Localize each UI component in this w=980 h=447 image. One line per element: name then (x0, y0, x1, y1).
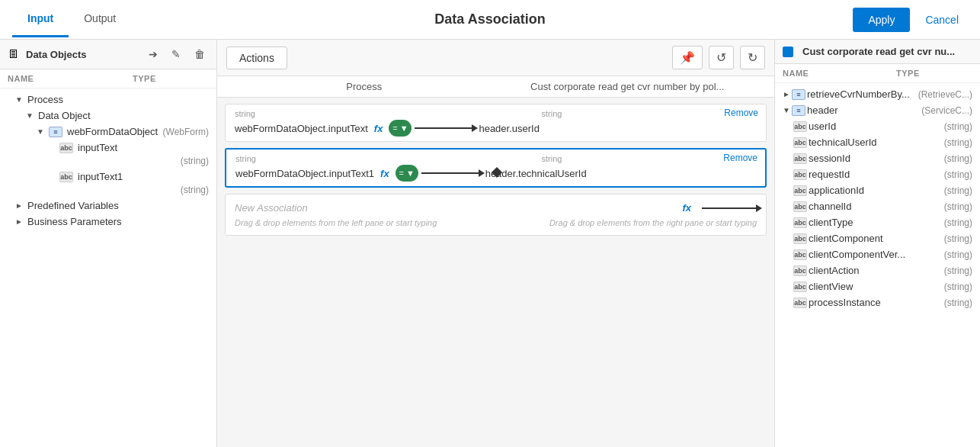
new-assoc-row: New Association fx Drag & drop elements … (225, 194, 767, 236)
retrieve-label: retrieveCvrNumberBy... (807, 88, 918, 100)
middle-col-headers: Process Cust corporate read get cvr numb… (217, 76, 774, 98)
requestid-label: requestId (809, 169, 944, 180)
business-label: Business Parameters (27, 216, 122, 227)
pin-icon-button[interactable]: 📌 (672, 46, 703, 69)
actions-button[interactable]: Actions (226, 47, 287, 69)
target-type-2: string (450, 154, 757, 163)
tree-item-business[interactable]: ► Business Parameters (0, 214, 216, 230)
abc-icon-technicaluserid: abc (793, 137, 807, 148)
list-icon-webform: ≡ (49, 127, 62, 137)
applicationid-type: (string) (944, 185, 972, 196)
right-item-clientcomponentver[interactable]: abc clientComponentVer... (string) (775, 246, 980, 262)
clientview-type: (string) (944, 281, 972, 292)
chevron-data-object: ▼ (26, 111, 35, 120)
processinstance-type: (string) (944, 297, 972, 308)
right-item-header[interactable]: ▼ ≡ header (ServiceC...) (775, 102, 980, 118)
apply-button[interactable]: Apply (853, 8, 910, 32)
abc-icon-clientcomponent: abc (793, 233, 807, 244)
mapping-row-inner-2: webFormDataObject.inputText1 fx = ▼ head… (235, 165, 756, 182)
clientcomponentver-type: (string) (944, 249, 972, 260)
left-edit-button[interactable]: ✎ (168, 46, 184, 63)
predefined-label: Predefined Variables (27, 200, 119, 211)
new-assoc-fx-btn[interactable]: fx (682, 202, 691, 214)
equals-btn-2[interactable]: = ▼ (396, 165, 418, 182)
right-item-applicationid[interactable]: abc applicationId (string) (775, 182, 980, 198)
tree-item-data-object[interactable]: ▼ Data Object (0, 108, 216, 124)
abc-icon-sessionid: abc (793, 153, 807, 164)
tab-output[interactable]: Output (69, 2, 131, 37)
right-item-requestid[interactable]: abc requestId (string) (775, 166, 980, 182)
clienttype-label: clientType (809, 217, 944, 228)
inputtext1-label: inputText1 (78, 171, 123, 182)
channelid-label: channelId (809, 201, 944, 212)
clientcomponentver-label: clientComponentVer... (809, 249, 944, 260)
applicationid-label: applicationId (809, 185, 944, 196)
clientaction-type: (string) (944, 265, 972, 276)
tree-item-process[interactable]: ▼ Process (0, 92, 216, 108)
technicaluserid-type: (string) (944, 137, 972, 148)
target-field-1: header.userId (479, 123, 540, 134)
right-item-clientview[interactable]: abc clientView (string) (775, 278, 980, 294)
target-type-1: string (450, 109, 757, 118)
left-add-button[interactable]: ➔ (145, 46, 162, 63)
left-col-headers: NAME TYPE (0, 69, 216, 88)
left-panel-title: Data Objects (26, 49, 139, 60)
abc-icon-clientcomponentver: abc (793, 249, 807, 260)
source-field-1: webFormDataObject.inputText (235, 123, 368, 134)
abc-icon-userid: abc (793, 121, 807, 132)
tree-item-inputtext[interactable]: ► abc inputText (0, 140, 216, 156)
abc-icon-inputtext: abc (59, 143, 73, 153)
right-item-retrieve[interactable]: ► ≡ retrieveCvrNumberBy... (RetrieveC...… (775, 86, 980, 102)
abc-icon-clientview: abc (793, 281, 807, 292)
undo-button[interactable]: ↺ (709, 46, 734, 69)
right-col-name-header: NAME (783, 69, 896, 78)
new-assoc-label: New Association (235, 202, 677, 214)
right-col-headers: NAME TYPE (775, 64, 980, 83)
clientaction-label: clientAction (809, 265, 944, 276)
retrieve-type: (RetrieveC...) (918, 89, 972, 100)
userid-label: userId (809, 121, 944, 132)
tree-item-inputtext-type: (string) (0, 156, 216, 169)
tree-item-inputtext1[interactable]: ► abc inputText1 (0, 169, 216, 185)
abc-icon-channelid: abc (793, 201, 807, 212)
right-item-channelid[interactable]: abc channelId (string) (775, 198, 980, 214)
right-item-processinstance[interactable]: abc processInstance (string) (775, 294, 980, 310)
right-item-clientcomponent[interactable]: abc clientComponent (string) (775, 230, 980, 246)
equals-btn-1[interactable]: = ▼ (389, 120, 412, 137)
left-delete-button[interactable]: 🗑 (191, 46, 209, 63)
requestid-type: (string) (944, 169, 972, 180)
right-item-sessionid[interactable]: abc sessionId (string) (775, 150, 980, 166)
remove-btn-2[interactable]: Remove (723, 153, 757, 163)
right-item-clienttype[interactable]: abc clientType (string) (775, 214, 980, 230)
middle-toolbar: Actions 📌 ↺ ↻ (217, 40, 774, 76)
right-col-type-header: TYPE (896, 69, 972, 78)
tree-item-webform[interactable]: ▼ ≡ webFormDataObject (WebForm) (0, 124, 216, 140)
right-item-clientaction[interactable]: abc clientAction (string) (775, 262, 980, 278)
mapping-row-2: Remove string string webFormDataObject.i… (225, 148, 767, 188)
cancel-button[interactable]: Cancel (916, 8, 968, 32)
right-panel: Cust corporate read get cvr nu... NAME T… (774, 40, 980, 447)
right-item-technicaluserid[interactable]: abc technicalUserId (string) (775, 134, 980, 150)
abc-icon-processinstance: abc (793, 297, 807, 308)
fx-btn-1[interactable]: fx (374, 123, 383, 134)
inputtext-type: (string) (181, 156, 209, 166)
header-type: (ServiceC...) (921, 105, 972, 116)
col-process: Process (232, 81, 496, 92)
mapping-row-1: Remove string string webFormDataObject.i… (225, 104, 767, 142)
left-panel: 🗏 Data Objects ➔ ✎ 🗑 NAME TYPE ▼ Process… (0, 40, 217, 447)
data-objects-icon: 🗏 (8, 47, 20, 61)
tab-input[interactable]: Input (12, 2, 69, 37)
top-actions: Apply Cancel (853, 8, 968, 32)
remove-btn-1[interactable]: Remove (724, 108, 758, 118)
tree-item-predefined[interactable]: ► Predefined Variables (0, 198, 216, 214)
sessionid-label: sessionId (809, 153, 944, 164)
main-layout: 🗏 Data Objects ➔ ✎ 🗑 NAME TYPE ▼ Process… (0, 40, 980, 447)
redo-button[interactable]: ↻ (740, 46, 765, 69)
webform-label: webFormDataObject (67, 126, 158, 137)
tree-item-inputtext1-type: (string) (0, 185, 216, 198)
right-header-title: Cust corporate read get cvr nu... (802, 46, 972, 57)
process-label: Process (27, 94, 63, 105)
fx-btn-2[interactable]: fx (380, 168, 389, 179)
col-target: Cust corporate read get cvr number by po… (496, 81, 760, 92)
right-item-userid[interactable]: abc userId (string) (775, 118, 980, 134)
